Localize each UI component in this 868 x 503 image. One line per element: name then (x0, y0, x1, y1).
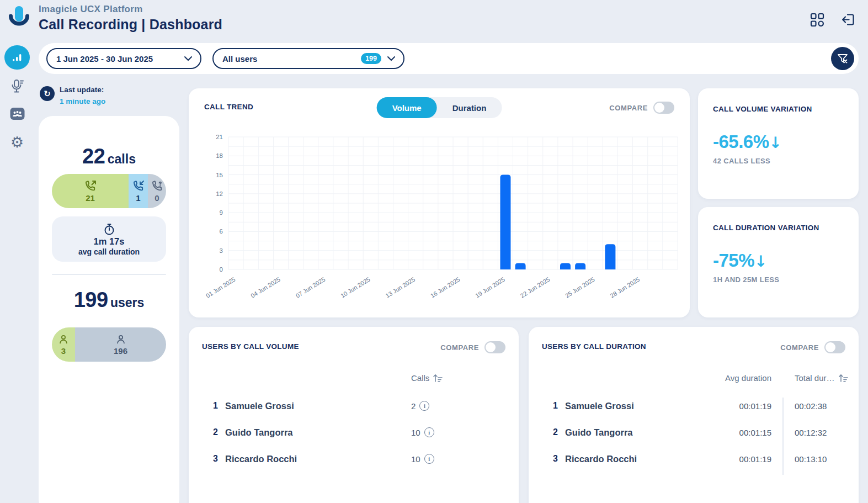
svg-text:16 Jun 2025: 16 Jun 2025 (429, 276, 461, 299)
logout-icon[interactable] (841, 12, 856, 27)
row-user-name: Guido Tangorra (225, 427, 293, 438)
total-users-value: 199 (74, 288, 108, 311)
table-row[interactable]: 1Samuele Grossi2i (189, 393, 519, 419)
total-duration-column-header[interactable]: Total dur… (795, 373, 848, 383)
call-duration-variation-subtitle: 1H AND 25M LESS (713, 276, 779, 284)
row-rank: 3 (553, 454, 558, 464)
inactive-users-segment[interactable]: 196 (75, 327, 166, 362)
divider (52, 274, 166, 275)
calls-column-header[interactable]: Calls (411, 373, 443, 383)
refresh-button[interactable]: ↻ (40, 86, 55, 101)
incoming-calls-count: 1 (136, 193, 140, 203)
calls-count: 10 (411, 454, 420, 464)
row-user-name: Riccardo Rocchi (565, 454, 637, 464)
row-total-duration: 00:13:10 (795, 454, 827, 464)
avg-call-duration-value: 1m 17s (94, 236, 125, 247)
svg-text:12: 12 (216, 190, 223, 197)
tab-volume[interactable]: Volume (377, 97, 437, 118)
date-range-dropdown[interactable]: 1 Jun 2025 - 30 Jun 2025 (46, 48, 201, 69)
call-volume-variation-card: CALL VOLUME VARIATION -65.6%↓ 42 CALLS L… (698, 88, 859, 199)
outgoing-calls-segment[interactable]: 21 (52, 174, 129, 208)
tab-duration[interactable]: Duration (437, 97, 502, 118)
compare-label: COMPARE (780, 343, 819, 352)
svg-text:15: 15 (216, 172, 223, 178)
trend-bar[interactable] (575, 263, 585, 269)
table-row[interactable]: 2Guido Tangorra10i (189, 419, 519, 446)
row-calls-value: 10i (411, 427, 434, 437)
svg-text:18: 18 (216, 152, 223, 159)
calls-count: 2 (411, 401, 416, 411)
table-row[interactable]: 3Riccardo Rocchi10i (189, 446, 519, 472)
svg-text:01 Jun 2025: 01 Jun 2025 (205, 276, 237, 299)
date-range-value: 1 Jun 2025 - 30 Jun 2025 (56, 54, 153, 63)
avg-duration-column-header[interactable]: Avg duration (725, 373, 771, 383)
total-users-unit: users (110, 295, 144, 310)
sidebar-item-settings[interactable]: ⚙ (0, 135, 34, 150)
table-row[interactable]: 1Samuele Grossi00:01:1900:02:38 (529, 393, 859, 419)
chevron-down-icon (184, 56, 193, 61)
person-icon (57, 333, 70, 346)
stopwatch-icon (103, 223, 116, 236)
clear-filters-button[interactable] (831, 47, 854, 70)
sidebar-item-dashboard[interactable] (4, 45, 30, 70)
table-row[interactable]: 3Riccardo Rocchi00:01:1900:13:10 (529, 446, 859, 472)
apps-grid-icon[interactable] (810, 13, 824, 27)
incoming-calls-segment[interactable]: 1 (129, 174, 148, 208)
svg-text:0: 0 (220, 266, 223, 273)
svg-text:13 Jun 2025: 13 Jun 2025 (385, 276, 417, 299)
info-icon[interactable]: i (424, 454, 434, 464)
outgoing-call-icon (83, 179, 98, 193)
svg-text:19 Jun 2025: 19 Jun 2025 (474, 276, 506, 299)
arrow-down-icon: ↓ (754, 252, 767, 271)
dashboard-chart-icon (11, 51, 23, 63)
toggle-knob (486, 342, 496, 352)
row-calls-value: 2i (411, 401, 429, 411)
trend-bar[interactable] (605, 244, 615, 269)
sort-ascending-icon (838, 373, 848, 383)
sidebar-item-users[interactable] (0, 107, 34, 120)
info-icon[interactable]: i (424, 427, 434, 437)
calls-breakdown-bar: 21 1 0 (52, 174, 166, 208)
sidebar-item-recordings[interactable] (0, 78, 34, 94)
row-user-name: Guido Tangorra (565, 427, 633, 438)
trend-bar[interactable] (515, 263, 526, 269)
row-rank: 1 (553, 401, 558, 411)
row-avg-duration: 00:01:19 (739, 454, 771, 464)
svg-text:22 Jun 2025: 22 Jun 2025 (519, 276, 551, 299)
call-duration-variation-title: CALL DURATION VARIATION (713, 224, 819, 232)
refresh-icon: ↻ (44, 89, 51, 99)
unanswered-calls-count: 0 (155, 193, 159, 203)
compare-label: COMPARE (440, 343, 479, 352)
users-filter-value: All users (222, 54, 257, 63)
compare-toggle[interactable] (653, 102, 674, 114)
compare-label: COMPARE (609, 104, 648, 112)
unanswered-calls-segment[interactable]: 0 (148, 174, 166, 208)
active-users-segment[interactable]: 3 (52, 327, 75, 362)
trend-bar[interactable] (560, 263, 571, 269)
users-filter-dropdown[interactable]: All users 199 (212, 48, 404, 69)
outgoing-calls-count: 21 (86, 193, 95, 203)
call-trend-card: CALL TREND Volume Duration COMPARE 03691… (189, 88, 690, 317)
users-breakdown-bar: 3 196 (52, 327, 166, 362)
svg-text:25 Jun 2025: 25 Jun 2025 (564, 276, 596, 299)
gear-icon: ⚙ (10, 135, 24, 150)
svg-text:6: 6 (220, 228, 223, 235)
sort-ascending-icon (433, 373, 443, 383)
trend-bar[interactable] (500, 175, 510, 269)
row-rank: 3 (213, 454, 218, 464)
imagicle-logo (7, 4, 31, 31)
total-calls: 22 calls (39, 145, 179, 168)
incoming-call-icon (132, 179, 145, 193)
svg-text:10 Jun 2025: 10 Jun 2025 (339, 276, 371, 299)
page-title: Call Recording | Dashboard (39, 17, 222, 33)
toggle-knob (826, 342, 835, 352)
compare-toggle[interactable] (824, 341, 845, 353)
call-duration-variation-card: CALL DURATION VARIATION -75%↓ 1H AND 25M… (698, 207, 859, 317)
avg-call-duration-label: avg call duration (78, 247, 140, 256)
info-icon[interactable]: i (419, 401, 429, 411)
arrow-down-icon: ↓ (769, 134, 782, 152)
compare-toggle[interactable] (484, 341, 505, 353)
table-row[interactable]: 2Guido Tangorra00:01:1500:12:32 (529, 419, 859, 446)
toggle-knob (654, 103, 664, 113)
users-by-duration-card: USERS BY CALL DURATION COMPARE Avg durat… (529, 327, 859, 503)
